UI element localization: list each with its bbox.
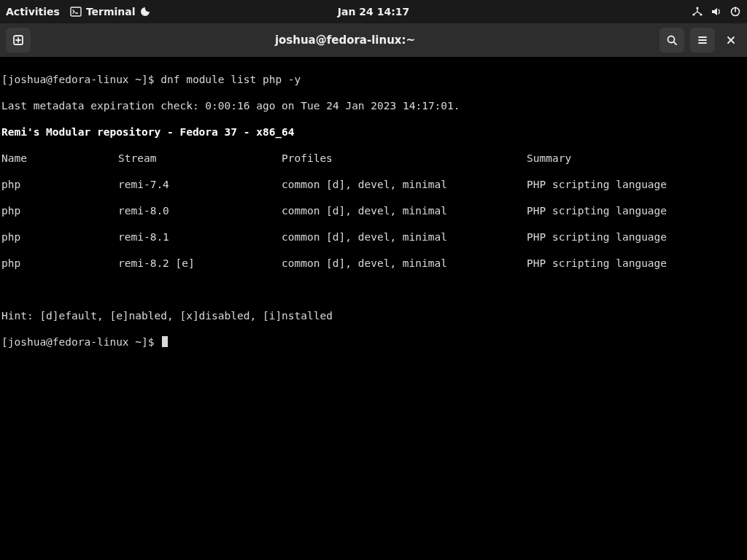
col-header-profiles: Profiles xyxy=(282,152,527,165)
prompt-line: [joshua@fedora-linux ~]$ dnf module list… xyxy=(1,73,746,86)
close-window-button[interactable] xyxy=(721,30,741,50)
col-header-stream: Stream xyxy=(118,152,282,165)
metadata-line: Last metadata expiration check: 0:00:16 … xyxy=(1,99,746,112)
activities-button[interactable]: Activities xyxy=(6,6,60,18)
hamburger-menu-button[interactable] xyxy=(690,28,715,52)
prompt-line: [joshua@fedora-linux ~]$ xyxy=(1,335,746,349)
gnome-top-bar: Activities Terminal Jan 24 14:17 xyxy=(0,0,747,23)
svg-point-6 xyxy=(668,36,675,43)
terminal-viewport[interactable]: [joshua@fedora-linux ~]$ dnf module list… xyxy=(0,57,747,560)
hamburger-icon xyxy=(697,34,708,46)
repo-header: Remi's Modular repository - Fedora 37 - … xyxy=(1,125,746,139)
table-row: phpremi-8.2 [e]common [d], devel, minima… xyxy=(1,257,746,270)
app-menu[interactable]: Terminal xyxy=(70,6,150,18)
cursor xyxy=(162,336,168,347)
network-icon[interactable] xyxy=(692,6,703,18)
terminal-app-icon xyxy=(70,6,82,18)
table-header-row: NameStreamProfilesSummary xyxy=(1,152,746,165)
window-titlebar: joshua@fedora-linux:~ xyxy=(0,23,747,57)
power-icon[interactable] xyxy=(729,6,741,18)
search-icon xyxy=(666,34,678,46)
close-icon xyxy=(727,36,735,44)
clock[interactable]: Jan 24 14:17 xyxy=(338,6,409,18)
command-text: dnf module list php -y xyxy=(160,74,301,85)
blank-line xyxy=(1,283,746,296)
volume-icon[interactable] xyxy=(711,6,722,18)
search-button[interactable] xyxy=(659,28,684,52)
moon-icon xyxy=(140,7,150,17)
svg-rect-0 xyxy=(71,7,81,16)
table-row: phpremi-8.1common [d], devel, minimalPHP… xyxy=(1,230,746,244)
col-header-summary: Summary xyxy=(527,152,571,165)
table-row: phpremi-7.4common [d], devel, minimalPHP… xyxy=(1,178,746,191)
table-row: phpremi-8.0common [d], devel, minimalPHP… xyxy=(1,204,746,217)
window-title: joshua@fedora-linux:~ xyxy=(36,34,654,47)
prompt: [joshua@fedora-linux ~]$ xyxy=(1,74,160,85)
app-menu-label: Terminal xyxy=(86,6,136,18)
hint-line: Hint: [d]efault, [e]nabled, [x]disabled,… xyxy=(1,309,746,322)
col-header-name: Name xyxy=(1,152,118,165)
new-tab-button[interactable] xyxy=(6,28,31,52)
prompt: [joshua@fedora-linux ~]$ xyxy=(1,336,160,348)
